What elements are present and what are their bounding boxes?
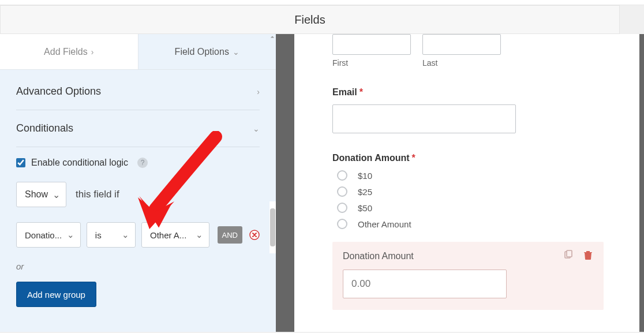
- and-button[interactable]: AND: [218, 226, 242, 244]
- radio-label: Other Amount: [358, 219, 411, 229]
- chevron-right-icon: ›: [91, 47, 94, 57]
- add-group-label: Add new group: [27, 290, 85, 300]
- trash-icon[interactable]: [583, 250, 593, 263]
- tab-add-fields-label: Add Fields: [44, 47, 88, 57]
- radio-label: $25: [358, 187, 372, 197]
- scroll-up-icon[interactable]: [270, 35, 275, 39]
- window-top-strip: [0, 0, 644, 5]
- enable-conditional-label: Enable conditional logic: [31, 158, 128, 168]
- action-select-label: Show: [25, 189, 48, 200]
- tab-field-options[interactable]: Field Options ⌄: [138, 34, 276, 69]
- tab-field-options-label: Field Options: [175, 47, 229, 57]
- rule-value-label: Other A...: [150, 230, 191, 240]
- rule-value-select[interactable]: Other A... ⌄: [141, 222, 209, 248]
- last-name-sublabel: Last: [422, 58, 501, 68]
- radio-option-other[interactable]: Other Amount: [332, 219, 615, 229]
- radio-icon: [337, 203, 347, 213]
- section-advanced-options[interactable]: Advanced Options ›: [16, 73, 260, 110]
- enable-conditional-checkbox[interactable]: [16, 158, 25, 167]
- page-title-bar: Fields: [0, 5, 620, 34]
- email-input[interactable]: [332, 104, 516, 133]
- add-group-button[interactable]: Add new group: [16, 282, 96, 307]
- chevron-down-icon: ⌄: [233, 47, 239, 57]
- section-conditionals-label: Conditionals: [16, 122, 73, 134]
- sidebar-scrollbar[interactable]: [269, 201, 276, 253]
- section-advanced-label: Advanced Options: [16, 85, 101, 98]
- rule-field-select[interactable]: Donatio... ⌄: [16, 222, 81, 248]
- donation-amount-input[interactable]: [343, 270, 507, 298]
- radio-icon: [337, 186, 347, 197]
- radio-icon: [337, 219, 347, 229]
- chevron-right-icon: ›: [257, 87, 260, 96]
- radio-label: $50: [358, 203, 372, 213]
- form-preview: First Last Email* Donation Amount* $10: [291, 34, 644, 332]
- donation-field-label: Donation Amount*: [332, 153, 615, 163]
- radio-option-10[interactable]: $10: [332, 170, 615, 181]
- page-title: Fields: [294, 13, 325, 27]
- rule-field-label: Donatio...: [25, 230, 62, 240]
- donation-label-text: Donation Amount: [332, 153, 410, 163]
- last-name-input[interactable]: [422, 34, 501, 55]
- scrollbar-thumb[interactable]: [270, 208, 275, 246]
- chevron-down-icon: ⌄: [253, 124, 260, 133]
- svg-rect-2: [567, 250, 572, 257]
- radio-option-25[interactable]: $25: [332, 186, 615, 197]
- caret-down-icon: ⌄: [67, 230, 74, 240]
- required-asterisk: *: [412, 153, 415, 163]
- tab-add-fields[interactable]: Add Fields ›: [0, 34, 138, 69]
- radio-label: $10: [358, 171, 372, 181]
- required-asterisk: *: [360, 87, 363, 97]
- radio-icon: [337, 170, 347, 181]
- rule-operator-select[interactable]: is ⌄: [87, 222, 136, 248]
- help-icon[interactable]: ?: [137, 158, 148, 168]
- action-select[interactable]: Show ⌄: [16, 182, 66, 207]
- delete-rule-icon[interactable]: [249, 230, 260, 240]
- rule-operator-label: is: [95, 230, 117, 240]
- this-field-if-text: this field if: [76, 189, 119, 200]
- caret-down-icon: ⌄: [53, 189, 60, 200]
- duplicate-icon[interactable]: [563, 250, 574, 263]
- caret-down-icon: ⌄: [122, 230, 129, 240]
- caret-down-icon: ⌄: [196, 230, 203, 240]
- selected-field-label: Donation Amount: [343, 251, 414, 261]
- radio-option-50[interactable]: $50: [332, 203, 615, 213]
- section-conditionals[interactable]: Conditionals ⌄: [16, 110, 260, 147]
- and-label: AND: [222, 231, 238, 240]
- email-label-text: Email: [332, 87, 357, 97]
- first-name-sublabel: First: [332, 58, 411, 68]
- selected-field-panel[interactable]: Donation Amount: [332, 242, 604, 310]
- gutter: [276, 34, 291, 332]
- email-field-label: Email*: [332, 87, 615, 98]
- first-name-input[interactable]: [332, 34, 411, 55]
- or-text: or: [16, 261, 260, 271]
- sidebar: Add Fields › Field Options ⌄ Advanced Op…: [0, 34, 276, 332]
